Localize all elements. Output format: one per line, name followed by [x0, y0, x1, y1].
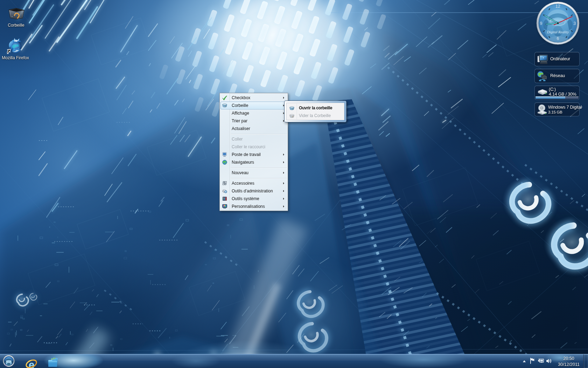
svg-text:6: 6 [557, 36, 559, 41]
svg-text:Digital Reality: Digital Reality [547, 30, 569, 34]
svg-text:9: 9 [540, 21, 542, 26]
svg-text:12: 12 [555, 4, 560, 9]
svg-text:3: 3 [574, 21, 576, 26]
